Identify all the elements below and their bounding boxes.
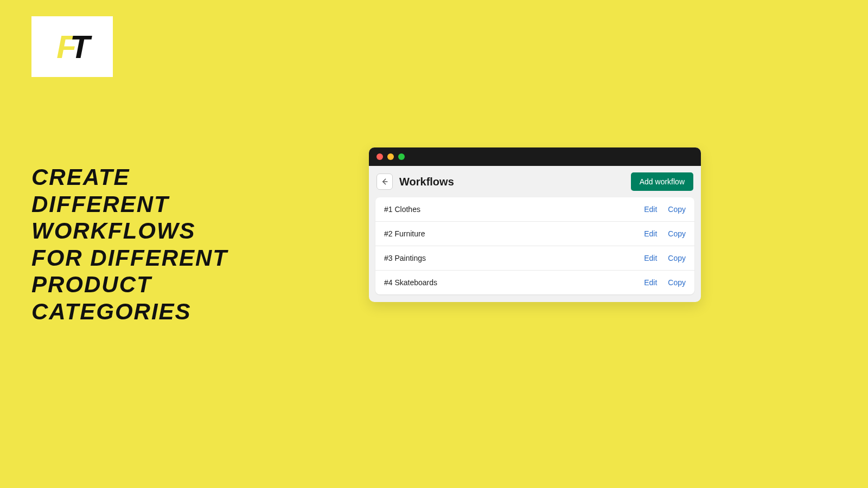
headline-line: DIFFERENT bbox=[31, 191, 228, 218]
workflow-name: #4 Skateboards bbox=[384, 278, 633, 287]
logo: F T bbox=[56, 28, 87, 66]
headline: CREATE DIFFERENT WORKFLOWS FOR DIFFERENT… bbox=[31, 164, 228, 325]
headline-line: WORKFLOWS bbox=[31, 217, 228, 245]
copy-link[interactable]: Copy bbox=[668, 205, 686, 214]
copy-link[interactable]: Copy bbox=[668, 229, 686, 238]
arrow-left-icon bbox=[380, 177, 389, 186]
list-item[interactable]: #4 Skateboards Edit Copy bbox=[375, 271, 694, 294]
workflow-name: #2 Furniture bbox=[384, 229, 633, 238]
close-icon[interactable] bbox=[376, 153, 383, 160]
page-title: Workflows bbox=[399, 176, 624, 188]
workflow-list: #1 Clothes Edit Copy #2 Furniture Edit C… bbox=[375, 197, 694, 294]
window-header: Workflows Add workflow bbox=[369, 166, 701, 197]
workflow-name: #3 Paintings bbox=[384, 254, 633, 262]
app-window: Workflows Add workflow #1 Clothes Edit C… bbox=[369, 147, 701, 302]
list-item[interactable]: #2 Furniture Edit Copy bbox=[375, 222, 694, 246]
add-workflow-button[interactable]: Add workflow bbox=[631, 172, 693, 191]
minimize-icon[interactable] bbox=[387, 153, 394, 160]
workflow-name: #1 Clothes bbox=[384, 205, 633, 214]
edit-link[interactable]: Edit bbox=[644, 205, 657, 214]
list-item[interactable]: #3 Paintings Edit Copy bbox=[375, 246, 694, 271]
back-button[interactable] bbox=[376, 174, 393, 190]
headline-line: CREATE bbox=[31, 164, 228, 191]
edit-link[interactable]: Edit bbox=[644, 278, 657, 287]
maximize-icon[interactable] bbox=[398, 153, 405, 160]
headline-line: FOR DIFFERENT bbox=[31, 245, 228, 272]
headline-line: PRODUCT bbox=[31, 271, 228, 298]
edit-link[interactable]: Edit bbox=[644, 229, 657, 238]
edit-link[interactable]: Edit bbox=[644, 254, 657, 262]
logo-box: F T bbox=[31, 16, 113, 77]
copy-link[interactable]: Copy bbox=[668, 278, 686, 287]
headline-line: CATEGORIES bbox=[31, 298, 228, 325]
logo-letter-t: T bbox=[70, 28, 88, 66]
copy-link[interactable]: Copy bbox=[668, 254, 686, 262]
list-item[interactable]: #1 Clothes Edit Copy bbox=[375, 197, 694, 222]
window-titlebar bbox=[369, 147, 701, 166]
